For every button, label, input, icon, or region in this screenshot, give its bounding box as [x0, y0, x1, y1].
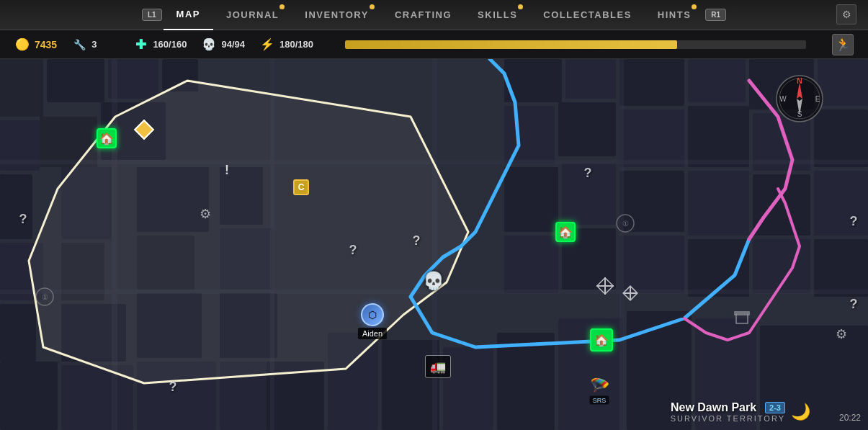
question-7[interactable]: ? — [584, 166, 592, 181]
svg-rect-38 — [818, 59, 868, 106]
svg-rect-47 — [619, 171, 684, 232]
question-2[interactable]: ? — [169, 380, 177, 395]
r1-button[interactable]: R1 — [705, 9, 726, 21]
compass: N S E W — [774, 73, 825, 124]
time-display: 20:22 — [839, 413, 861, 423]
svg-rect-39 — [504, 106, 555, 164]
notification-dot-journal — [279, 4, 285, 9]
settings-icon: ⚙ — [842, 9, 851, 20]
svg-rect-8 — [0, 304, 36, 362]
l1-button[interactable]: L1 — [142, 9, 162, 21]
top-navigation: L1 MAP JOURNAL INVENTORY CRAFTING SKILLS… — [0, 0, 868, 30]
svg-rect-6 — [0, 174, 32, 239]
settings-button[interactable]: ⚙ — [836, 4, 856, 24]
svg-rect-1 — [0, 59, 43, 117]
health-display: ✚ 160/160 — [133, 37, 187, 53]
location-info: New Dawn Park 2-3 SURVIVOR TERRITORY 🌙 — [671, 401, 810, 423]
supply-drop-marker[interactable]: 🪂 SRS — [590, 377, 609, 405]
zone-badge: 2-3 — [765, 402, 785, 413]
nav-item-crafting[interactable]: CRAFTING — [382, 0, 465, 30]
currency-display: 🟡 7435 — [14, 37, 57, 53]
green-marker-2[interactable]: 🏠 — [555, 222, 576, 242]
svg-rect-48 — [688, 171, 749, 236]
svg-text:!: ! — [225, 163, 229, 177]
green-marker-3[interactable]: 🏠 — [590, 328, 613, 351]
svg-text:①: ① — [622, 220, 629, 228]
night-icon: 🌙 — [791, 403, 810, 421]
notification-dot-hints — [692, 4, 697, 9]
svg-rect-35 — [619, 59, 684, 106]
svg-rect-53 — [619, 236, 684, 293]
nav-item-inventory[interactable]: INVENTORY — [292, 0, 382, 30]
nav-item-map[interactable]: MAP — [164, 0, 213, 30]
death-marker[interactable]: 💀 — [423, 271, 444, 291]
nav-item-hints[interactable]: HINTS — [645, 0, 704, 30]
infection-value: 94/94 — [221, 39, 245, 50]
currency-icon: 🟡 — [14, 37, 30, 53]
windmill-marker-1[interactable]: ⚙ — [200, 206, 211, 222]
svg-rect-60 — [619, 59, 624, 430]
svg-rect-2 — [47, 59, 104, 102]
svg-text:W: W — [779, 95, 787, 103]
diamond-marker[interactable] — [137, 122, 151, 137]
currency-amount: 7435 — [35, 39, 57, 50]
health-value: 160/160 — [153, 39, 187, 50]
skull-icon: 💀 — [201, 37, 217, 53]
question-4[interactable]: ? — [413, 233, 421, 248]
svg-rect-41 — [619, 109, 684, 167]
ammo-display: 🔧 3 — [71, 37, 97, 53]
svg-rect-34 — [565, 59, 616, 99]
parkour-icon: 🏃 — [832, 34, 854, 55]
notification-dot-inventory — [370, 4, 375, 9]
question-3[interactable]: ? — [349, 243, 357, 258]
svg-rect-51 — [504, 236, 558, 293]
xp-bar-fill — [345, 40, 677, 49]
ammo-icon: 🔧 — [71, 37, 87, 53]
stamina-display: ⚡ 180/180 — [259, 37, 313, 53]
stamina-value: 180/180 — [279, 39, 313, 50]
infection-display: 💀 94/94 — [201, 37, 245, 53]
svg-text:E: E — [815, 95, 820, 103]
svg-rect-50 — [814, 171, 868, 236]
svg-rect-26 — [382, 340, 439, 430]
svg-text:①: ① — [42, 293, 48, 301]
player-label: Aiden — [358, 328, 387, 339]
status-bar: 🟡 7435 🔧 3 ✚ 160/160 💀 94/94 ⚡ 180/180 🏃 — [0, 30, 868, 59]
player-marker: ⬡ Aiden — [361, 303, 384, 326]
location-name: New Dawn Park — [671, 401, 756, 414]
lightning-icon: ⚡ — [259, 37, 275, 53]
truck-marker[interactable]: 🚛 — [425, 355, 451, 378]
svg-rect-40 — [558, 102, 616, 156]
svg-rect-56 — [814, 239, 868, 297]
question-6[interactable]: ? — [850, 297, 858, 312]
svg-rect-42 — [688, 106, 749, 167]
windmill-marker-2[interactable]: ⚙ — [836, 326, 847, 342]
svg-rect-49 — [753, 174, 810, 236]
nav-item-collectables[interactable]: COLLECTABLES — [530, 0, 644, 30]
nav-item-skills[interactable]: SKILLS — [465, 0, 530, 30]
health-icon: ✚ — [133, 37, 148, 53]
territory-label: SURVIVOR TERRITORY — [671, 414, 785, 423]
notification-dot-skills — [518, 4, 523, 9]
question-1[interactable]: ? — [19, 212, 27, 227]
ammo-amount: 3 — [91, 39, 97, 50]
nav-item-journal[interactable]: JOURNAL — [213, 0, 292, 30]
green-marker-1[interactable]: 🏠 — [97, 128, 117, 148]
svg-rect-36 — [688, 59, 746, 102]
map-area[interactable]: ! ① ① 🏠 🏠 🏠 C ⬡ Aiden ? ? ? ? — [0, 59, 868, 430]
xp-bar-container — [342, 40, 803, 49]
svg-rect-11 — [0, 362, 58, 430]
mission-marker-c[interactable]: C — [293, 179, 309, 195]
svg-rect-45 — [504, 167, 558, 232]
question-5[interactable]: ? — [850, 214, 858, 229]
